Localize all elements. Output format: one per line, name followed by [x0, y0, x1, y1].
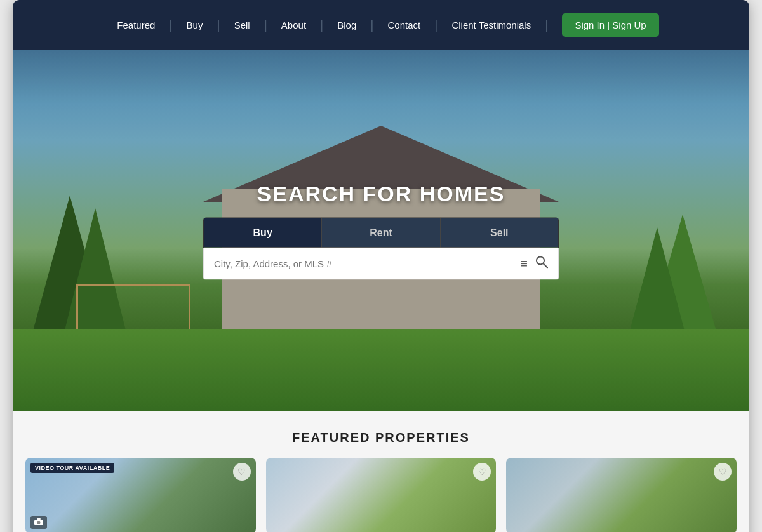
nav-blog[interactable]: Blog	[323, 20, 370, 30]
featured-title: FEATURED PROPERTIES	[25, 430, 737, 445]
hero-section: SEARCH FOR HOMES Buy Rent Sell ≡	[13, 50, 749, 411]
tab-rent[interactable]: Rent	[322, 218, 439, 248]
svg-point-0	[537, 257, 544, 265]
card-badge-1: VIDEO TOUR AVAILABLE	[30, 463, 114, 473]
svg-line-1	[544, 264, 547, 268]
property-cards: VIDEO TOUR AVAILABLE ♡ ♡ ♡	[25, 458, 737, 532]
nav-sep-7: |	[545, 18, 548, 31]
nav-testimonials[interactable]: Client Testimonials	[438, 20, 545, 30]
nav-items: Featured | Buy | Sell | About | Blog | C…	[103, 13, 658, 37]
card-heart-3[interactable]: ♡	[714, 463, 732, 481]
property-card-1: VIDEO TOUR AVAILABLE ♡	[25, 458, 256, 532]
signin-button[interactable]: Sign In | Sign Up	[562, 13, 658, 37]
search-input[interactable]	[210, 253, 516, 274]
navbar: Featured | Buy | Sell | About | Blog | C…	[13, 0, 749, 50]
filter-button[interactable]: ≡	[516, 253, 531, 275]
search-bar: ≡	[203, 248, 559, 280]
nav-sell[interactable]: Sell	[220, 20, 264, 30]
svg-point-3	[37, 521, 41, 524]
nav-about[interactable]: About	[267, 20, 320, 30]
tab-sell[interactable]: Sell	[441, 218, 558, 248]
nav-contact[interactable]: Contact	[373, 20, 434, 30]
card-heart-2[interactable]: ♡	[473, 463, 491, 481]
featured-section: FEATURED PROPERTIES VIDEO TOUR AVAILABLE…	[13, 411, 749, 532]
browser-frame: Featured | Buy | Sell | About | Blog | C…	[13, 0, 749, 532]
svg-rect-4	[37, 518, 41, 520]
tab-buy[interactable]: Buy	[204, 218, 321, 248]
nav-buy[interactable]: Buy	[173, 20, 217, 30]
search-button[interactable]	[531, 252, 552, 276]
card-heart-1[interactable]: ♡	[233, 463, 251, 481]
nav-featured[interactable]: Featured	[103, 20, 169, 30]
camera-icon	[34, 518, 43, 525]
hero-content: SEARCH FOR HOMES Buy Rent Sell ≡	[203, 182, 559, 280]
search-icon	[535, 256, 548, 269]
hero-title: SEARCH FOR HOMES	[203, 182, 559, 206]
property-card-2: ♡	[266, 458, 497, 532]
search-tabs: Buy Rent Sell	[203, 218, 559, 248]
property-card-3: ♡	[506, 458, 737, 532]
card-camera-1	[30, 516, 47, 529]
